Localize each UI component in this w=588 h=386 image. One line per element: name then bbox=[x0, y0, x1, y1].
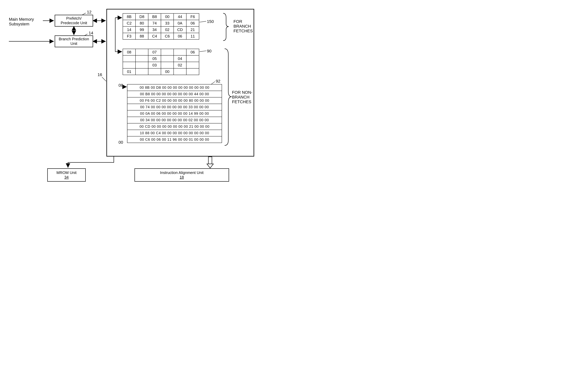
table-row: 00 C6 00 06 00 11 96 00 00 01 00 00 00 bbox=[127, 136, 222, 143]
for-branch-label: FOR BRANCH FETCHES bbox=[233, 19, 253, 33]
ref-150: 150 bbox=[207, 19, 214, 24]
mrom-label: MROM Unit bbox=[56, 170, 77, 175]
table-row: F388C4 C60611 bbox=[123, 33, 199, 39]
prefetch-predecode-box: Prefetch/ Predecode Unit bbox=[55, 15, 93, 27]
ref-16: 16 bbox=[98, 72, 102, 77]
svg-rect-13 bbox=[208, 157, 212, 164]
table-row: 05 04 bbox=[123, 55, 199, 62]
table-row: 00 34 00 00 00 00 00 00 00 02 00 00 00 bbox=[127, 117, 222, 123]
table-row: 8BD8B8 0044F6 bbox=[123, 13, 199, 20]
mrom-ref: 34 bbox=[64, 175, 69, 180]
ref-12: 12 bbox=[87, 10, 91, 15]
diagram-canvas: Main Memory Subsystem Prefetch/ Predecod… bbox=[6, 6, 287, 189]
ref-92: 92 bbox=[216, 79, 220, 84]
table-row: 03 02 bbox=[123, 62, 199, 68]
table-row: 00 0A 00 06 00 00 00 00 00 14 99 00 00 bbox=[127, 110, 222, 117]
table-150: 8BD8B8 0044F6 C28074 330A06 149934 02CD2… bbox=[123, 13, 199, 39]
instruction-alignment-box: Instruction Alignment Unit 18 bbox=[134, 168, 229, 182]
table-row: 149934 02CD21 bbox=[123, 26, 199, 33]
table-row: C28074 330A06 bbox=[123, 20, 199, 26]
table-row: 00 CD 00 00 00 00 00 00 00 21 00 00 00 bbox=[127, 123, 222, 130]
table-row: 10 88 00 C4 00 00 00 00 00 00 00 00 00 bbox=[127, 130, 222, 136]
table-row: 00 F6 00 C2 00 00 00 00 00 80 00 00 00 bbox=[127, 97, 222, 104]
main-memory-label: Main Memory Subsystem bbox=[9, 17, 41, 26]
branch-prediction-box: Branch Prediction Unit bbox=[55, 36, 93, 47]
ref-90: 90 bbox=[207, 49, 211, 54]
table-row: 0807 06 bbox=[123, 49, 199, 55]
ref-00: 00 bbox=[119, 140, 123, 145]
table-row: 00 B8 00 00 00 00 00 00 00 00 44 00 00 bbox=[127, 91, 222, 97]
table-row: 00 8B 00 D8 00 00 00 00 00 00 00 00 00 bbox=[127, 84, 222, 91]
ref-14: 14 bbox=[89, 31, 93, 36]
table-row: 01 00 bbox=[123, 68, 199, 75]
mrom-unit-box: MROM Unit 34 bbox=[47, 168, 86, 182]
svg-line-5 bbox=[83, 13, 86, 15]
for-nonbranch-label: FOR NON- BRANCH FETCHES bbox=[232, 90, 252, 104]
ialign-label: Instruction Alignment Unit bbox=[160, 170, 204, 175]
table-row: 00 74 00 00 00 00 00 00 00 33 00 00 00 bbox=[127, 104, 222, 110]
ref-08: 08 bbox=[119, 83, 123, 88]
open-arrow-down bbox=[207, 157, 213, 168]
svg-marker-14 bbox=[207, 164, 213, 168]
svg-line-7 bbox=[102, 77, 106, 81]
ialign-ref: 18 bbox=[180, 175, 184, 180]
table-92: 00 8B 00 D8 00 00 00 00 00 00 00 00 00 0… bbox=[127, 84, 222, 143]
table-90: 0807 06 05 04 03 02 01 00 bbox=[123, 49, 199, 75]
